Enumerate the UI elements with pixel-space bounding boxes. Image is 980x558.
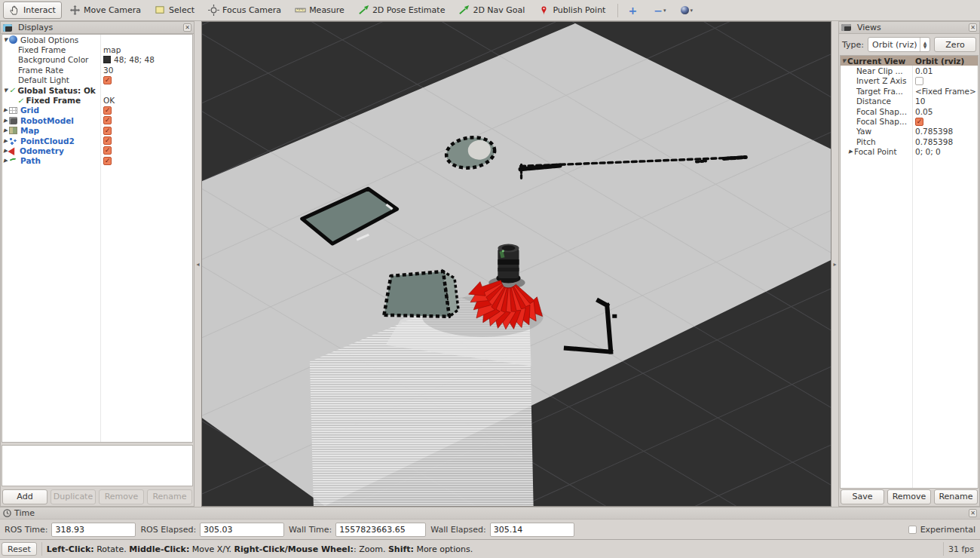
row-frame-rate[interactable]: Frame Rate 30: [2, 65, 192, 75]
row-display-robotmodel[interactable]: ▶RobotModel ✓: [2, 115, 192, 125]
property-value[interactable]: 30: [100, 65, 192, 75]
expander-closed-icon[interactable]: ▶: [2, 118, 9, 124]
property-value[interactable]: 0; 0; 0: [912, 147, 978, 157]
publish-point-tool-button[interactable]: Publish Point: [532, 2, 611, 19]
wall-elapsed-input[interactable]: [490, 523, 574, 537]
row-display-path[interactable]: ▶Path ✓: [2, 156, 192, 166]
row-invert-z[interactable]: Invert Z Axis: [841, 76, 978, 86]
pose-estimate-tool-button[interactable]: 2D Pose Estimate: [352, 2, 452, 19]
duplicate-button[interactable]: Duplicate: [51, 489, 96, 504]
checkbox-checked[interactable]: ✓: [103, 157, 112, 165]
interact-tool-button[interactable]: Interact: [3, 2, 62, 19]
property-value[interactable]: 48; 48; 48: [114, 55, 155, 64]
checkbox-checked[interactable]: ✓: [103, 76, 112, 84]
render-scene: [202, 22, 831, 506]
spinner-arrows-icon[interactable]: ▲▼: [920, 38, 929, 51]
remove-tool-button[interactable]: − ▾: [650, 5, 669, 17]
checkbox-unchecked[interactable]: [915, 77, 923, 85]
expander-open-icon[interactable]: ▼: [841, 58, 847, 64]
display-name[interactable]: Grid: [20, 106, 39, 115]
ros-elapsed-input[interactable]: [200, 523, 284, 537]
row-global-status[interactable]: ▼✓Global Status: Ok: [2, 85, 192, 95]
row-near-clip[interactable]: Near Clip ... 0.01: [841, 66, 978, 75]
row-display-map[interactable]: ▶Map ✓: [2, 126, 192, 136]
checkbox-checked[interactable]: ✓: [103, 116, 112, 124]
row-fixed-frame[interactable]: Fixed Frame map: [2, 44, 192, 54]
row-display-grid[interactable]: ▶Grid ✓: [2, 106, 192, 115]
display-name[interactable]: Map: [20, 126, 39, 135]
wall-time-input[interactable]: [335, 523, 426, 537]
nav-goal-tool-button[interactable]: 2D Nav Goal: [452, 2, 531, 19]
view-type-combobox[interactable]: Orbit (rviz) ▲▼: [868, 37, 930, 52]
display-name[interactable]: PointCloud2: [20, 136, 75, 146]
expander-closed-icon[interactable]: ▶: [2, 107, 9, 113]
checkbox-checked[interactable]: ✓: [915, 118, 923, 126]
expander-closed-icon[interactable]: ▶: [847, 149, 854, 155]
views-panel-titlebar[interactable]: Views ✕: [839, 22, 979, 34]
add-tool-button[interactable]: +: [624, 5, 641, 17]
add-button[interactable]: Add: [2, 489, 47, 504]
close-icon[interactable]: ✕: [969, 23, 977, 32]
remove-button[interactable]: Remove: [887, 489, 931, 504]
checkbox-checked[interactable]: ✓: [103, 136, 112, 145]
checkbox-checked[interactable]: ✓: [103, 127, 112, 135]
property-value[interactable]: map: [100, 44, 192, 54]
time-panel-titlebar[interactable]: Time ✕: [0, 507, 980, 520]
color-swatch[interactable]: [103, 56, 111, 63]
checkbox-checked[interactable]: ✓: [103, 146, 112, 155]
row-yaw[interactable]: Yaw 0.785398: [841, 127, 978, 136]
expander-closed-icon[interactable]: ▶: [2, 127, 9, 133]
row-default-light[interactable]: Default Light ✓: [2, 75, 192, 85]
property-value[interactable]: 10: [912, 97, 978, 106]
row-target-frame[interactable]: Target Fra... <Fixed Frame>: [841, 86, 978, 96]
row-distance[interactable]: Distance 10: [841, 97, 978, 106]
measure-tool-button[interactable]: Measure: [289, 2, 351, 19]
checkbox-checked[interactable]: ✓: [103, 106, 112, 115]
field-label: ROS Time:: [5, 525, 47, 535]
rename-button[interactable]: Rename: [147, 489, 192, 504]
hint-text: More options.: [414, 544, 473, 554]
row-display-odometry[interactable]: ▶Odometry ✓: [2, 146, 192, 155]
row-global-options[interactable]: ▼Global Options: [2, 35, 192, 44]
row-status-fixed-frame[interactable]: ✓Fixed Frame OK: [2, 95, 192, 105]
row-display-pointcloud2[interactable]: ▶PointCloud2 ✓: [2, 136, 192, 146]
expander-closed-icon[interactable]: ▶: [2, 138, 9, 144]
zero-button[interactable]: Zero: [934, 37, 976, 52]
right-splitter[interactable]: ▸: [831, 21, 838, 507]
reset-button[interactable]: Reset: [2, 542, 37, 556]
expander-open-icon[interactable]: ▼: [2, 87, 9, 94]
row-focal-shape-fixed[interactable]: Focal Shap... ✓: [841, 116, 978, 126]
row-focal-shape-size[interactable]: Focal Shap... 0.05: [841, 106, 978, 116]
3d-viewport[interactable]: [201, 21, 831, 507]
display-name[interactable]: Path: [20, 156, 41, 165]
checkbox-unchecked[interactable]: [908, 526, 917, 534]
collapse-left-icon[interactable]: ◂: [196, 261, 199, 268]
ros-time-input[interactable]: [51, 523, 136, 537]
row-pitch[interactable]: Pitch 0.785398: [841, 136, 978, 146]
property-value[interactable]: 0.785398: [912, 127, 978, 136]
focus-camera-tool-button[interactable]: Focus Camera: [202, 2, 287, 19]
check-icon: ✓: [17, 97, 23, 105]
save-button[interactable]: Save: [841, 489, 884, 504]
collapse-right-icon[interactable]: ▸: [833, 261, 836, 268]
display-name[interactable]: RobotModel: [20, 116, 74, 125]
row-background-color[interactable]: Background Color 48; 48; 48: [2, 55, 192, 65]
displays-panel-titlebar[interactable]: Displays ✕: [1, 22, 194, 34]
close-icon[interactable]: ✕: [183, 23, 191, 32]
rename-button[interactable]: Rename: [934, 489, 978, 504]
property-value[interactable]: 0.05: [912, 106, 978, 116]
left-splitter[interactable]: ◂: [194, 21, 201, 507]
tool-options-button[interactable]: ▾: [677, 5, 697, 16]
move-camera-tool-button[interactable]: Move Camera: [63, 2, 147, 19]
property-value[interactable]: 0.01: [912, 66, 978, 75]
select-tool-button[interactable]: Select: [149, 2, 201, 19]
current-view-header[interactable]: ▼Current View Orbit (rviz): [841, 56, 978, 66]
remove-button[interactable]: Remove: [99, 489, 144, 504]
expander-closed-icon[interactable]: ▶: [2, 158, 9, 164]
row-focal-point[interactable]: ▶Focal Point 0; 0; 0: [841, 147, 978, 157]
expander-open-icon[interactable]: ▼: [2, 37, 9, 43]
property-value[interactable]: <Fixed Frame>: [912, 86, 978, 96]
display-name[interactable]: Odometry: [20, 146, 64, 155]
close-icon[interactable]: ✕: [969, 509, 977, 517]
property-value[interactable]: 0.785398: [912, 136, 978, 146]
